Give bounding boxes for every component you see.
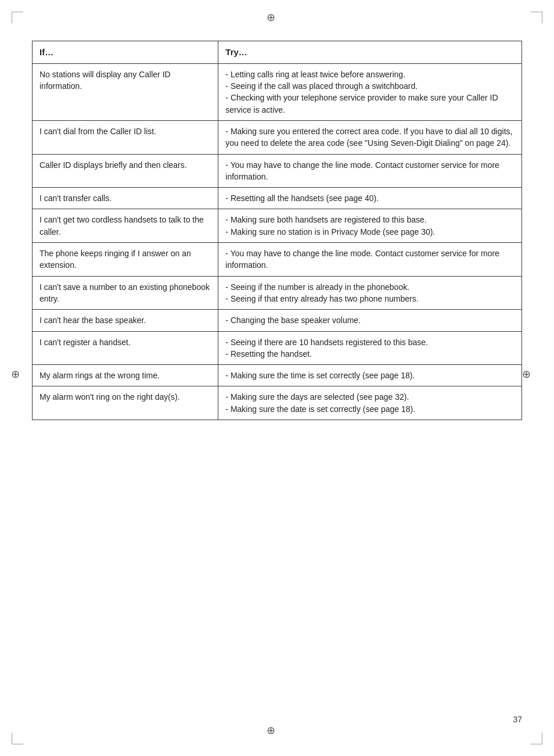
reg-mark-bottom [272,729,282,740]
reg-mark-top [272,16,282,27]
table-row: The phone keeps ringing if I answer on a… [33,243,522,277]
try-item: - You may have to change the line mode. … [225,159,515,183]
troubleshooting-table: If… Try… No stations will display any Ca… [32,41,522,420]
table-row: My alarm won't ring on the right day(s).… [33,386,522,420]
try-item: - Making sure both handsets are register… [225,214,515,225]
try-cell-1: - Making sure you entered the correct ar… [218,120,522,154]
try-cell-7: - Changing the base speaker volume. [218,310,522,331]
if-cell-8: I can't register a handset. [33,331,218,365]
reg-mark-right [527,373,538,384]
if-cell-6: I can't save a number to an existing pho… [33,276,218,310]
try-cell-9: - Making sure the time is set correctly … [218,365,522,386]
try-cell-6: - Seeing if the number is already in the… [218,276,522,310]
table-row: I can't save a number to an existing pho… [33,276,522,310]
if-cell-0: No stations will display any Caller ID i… [33,63,218,120]
table-row: I can't register a handset.- Seeing if t… [33,331,522,365]
try-item: - Seeing if the call was placed through … [225,80,515,92]
try-item: - Seeing if there are 10 handsets regist… [225,336,515,348]
header-try: Try… [218,41,522,64]
try-item: - Making sure the date is set correctly … [225,403,515,415]
try-item: - Resetting the handset. [225,348,515,360]
try-item: - Making sure the days are selected (see… [225,391,515,403]
if-cell-7: I can't hear the base speaker. [33,310,218,331]
try-item: - You may have to change the line mode. … [225,248,515,271]
content-area: If… Try… No stations will display any Ca… [32,35,522,710]
header-if: If… [33,41,218,64]
if-cell-3: I can't transfer calls. [33,188,218,209]
try-cell-3: - Resetting all the handsets (see page 4… [218,188,522,209]
page-number: 37 [513,715,522,724]
try-item: - Letting calls ring at least twice befo… [225,69,515,80]
if-cell-9: My alarm rings at the wrong time. [33,365,218,386]
table-row: I can't dial from the Caller ID list.- M… [33,120,522,154]
try-item: - Making sure you entered the correct ar… [225,126,515,149]
try-cell-10: - Making sure the days are selected (see… [218,386,522,420]
table-row: I can't transfer calls.- Resetting all t… [33,188,522,209]
table-row: I can't get two cordless handsets to tal… [33,209,522,243]
reg-mark-left [16,373,27,384]
try-item: - Making sure no station is in Privacy M… [225,226,515,238]
table-row: I can't hear the base speaker.- Changing… [33,310,522,331]
corner-mark-br [531,733,542,744]
table-row: No stations will display any Caller ID i… [33,63,522,120]
try-item: - Resetting all the handsets (see page 4… [225,192,515,204]
corner-mark-tr [531,12,542,23]
table-row: My alarm rings at the wrong time.- Makin… [33,365,522,386]
try-cell-5: - You may have to change the line mode. … [218,243,522,277]
try-item: - Changing the base speaker volume. [225,314,515,326]
table-row: Caller ID displays briefly and then clea… [33,154,522,188]
try-item: - Seeing if that entry already has two p… [225,293,515,304]
table-header-row: If… Try… [33,41,522,64]
page: 37 If… Try… No stations will display any… [0,0,554,756]
try-cell-0: - Letting calls ring at least twice befo… [218,63,522,120]
try-cell-4: - Making sure both handsets are register… [218,209,522,243]
if-cell-4: I can't get two cordless handsets to tal… [33,209,218,243]
if-cell-10: My alarm won't ring on the right day(s). [33,386,218,420]
if-cell-1: I can't dial from the Caller ID list. [33,120,218,154]
if-cell-2: Caller ID displays briefly and then clea… [33,154,218,188]
corner-mark-tl [12,12,23,23]
try-item: - Making sure the time is set correctly … [225,370,515,381]
try-item: - Checking with your telephone service p… [225,92,515,116]
try-cell-2: - You may have to change the line mode. … [218,154,522,188]
if-cell-5: The phone keeps ringing if I answer on a… [33,243,218,277]
try-cell-8: - Seeing if there are 10 handsets regist… [218,331,522,365]
try-item: - Seeing if the number is already in the… [225,281,515,293]
corner-mark-bl [12,733,23,744]
